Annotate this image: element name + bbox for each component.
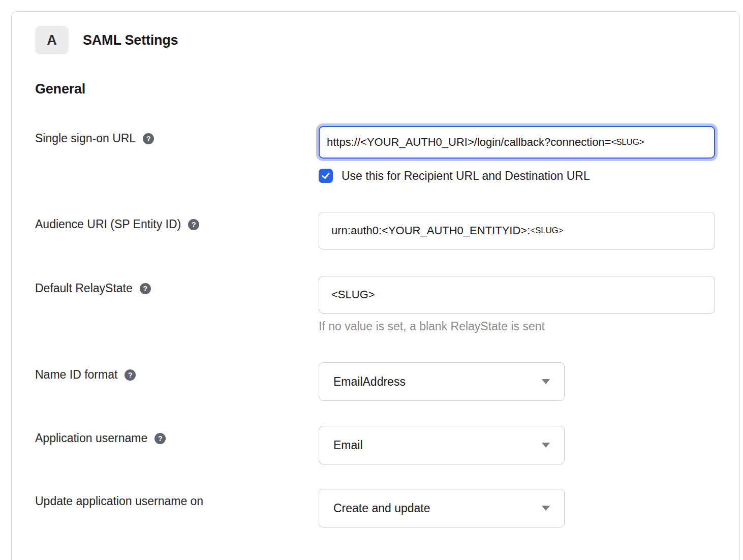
sso-url-help-icon[interactable]: ? <box>143 133 154 144</box>
checkmark-icon <box>321 171 331 181</box>
default-relaystate-value: <SLUG> <box>331 288 375 301</box>
sso-url-value: https://<YOUR_AUTH0_URI>/login/callback?… <box>327 136 611 149</box>
recipient-url-checkbox[interactable] <box>319 169 333 183</box>
general-heading: General <box>35 81 716 97</box>
application-username-row: Application username ? Email <box>35 426 716 464</box>
update-application-username-label-cell: Update application username on <box>35 489 319 508</box>
application-username-select[interactable]: Email <box>319 426 565 464</box>
sso-url-value-slug: <SLUG> <box>611 137 644 147</box>
section-header: A SAML Settings <box>35 26 716 54</box>
audience-uri-label: Audience URI (SP Entity ID) <box>35 217 181 231</box>
update-application-username-row: Update application username on Create an… <box>35 489 716 527</box>
default-relaystate-input[interactable]: <SLUG> <box>319 276 715 314</box>
page-title: SAML Settings <box>83 33 178 48</box>
audience-uri-value: urn:auth0:<YOUR_AUTH0_ENTITYID>: <box>331 224 530 237</box>
saml-settings-card: A SAML Settings General Single sign-on U… <box>11 11 740 560</box>
application-username-help-icon[interactable]: ? <box>154 433 166 444</box>
recipient-url-checkbox-label: Use this for Recipient URL and Destinati… <box>342 169 590 183</box>
step-badge: A <box>35 26 69 54</box>
sso-url-label-cell: Single sign-on URL ? <box>35 126 319 145</box>
default-relaystate-label: Default RelayState <box>35 282 133 295</box>
audience-uri-help-icon[interactable]: ? <box>188 219 199 230</box>
chevron-down-icon <box>542 379 550 384</box>
application-username-label: Application username <box>35 431 147 445</box>
audience-uri-value-slug: <SLUG> <box>530 226 563 236</box>
default-relaystate-row: Default RelayState ? <SLUG> If no value … <box>35 276 716 333</box>
chevron-down-icon <box>542 443 550 448</box>
name-id-format-help-icon[interactable]: ? <box>125 369 136 381</box>
update-application-username-select[interactable]: Create and update <box>319 489 565 527</box>
recipient-url-checkbox-row: Use this for Recipient URL and Destinati… <box>319 169 716 183</box>
update-application-username-selected-value: Create and update <box>333 502 430 515</box>
application-username-selected-value: Email <box>333 439 363 452</box>
name-id-format-selected-value: EmailAddress <box>333 375 406 389</box>
default-relaystate-help-icon[interactable]: ? <box>140 283 151 294</box>
update-application-username-label: Update application username on <box>35 494 203 508</box>
name-id-format-row: Name ID format ? EmailAddress <box>35 362 716 401</box>
audience-uri-label-cell: Audience URI (SP Entity ID) ? <box>35 212 319 231</box>
sso-url-input[interactable]: https://<YOUR_AUTH0_URI>/login/callback?… <box>319 126 715 159</box>
default-relaystate-hint: If no value is set, a blank RelayState i… <box>319 320 716 333</box>
audience-uri-row: Audience URI (SP Entity ID) ? urn:auth0:… <box>35 212 716 250</box>
chevron-down-icon <box>542 506 550 511</box>
sso-url-label: Single sign-on URL <box>35 132 136 145</box>
sso-url-row: Single sign-on URL ? https://<YOUR_AUTH0… <box>35 126 716 183</box>
application-username-label-cell: Application username ? <box>35 426 319 445</box>
name-id-format-label-cell: Name ID format ? <box>35 362 319 382</box>
audience-uri-input[interactable]: urn:auth0:<YOUR_AUTH0_ENTITYID>:<SLUG> <box>319 212 715 250</box>
name-id-format-select[interactable]: EmailAddress <box>319 362 565 401</box>
name-id-format-label: Name ID format <box>35 368 117 382</box>
default-relaystate-label-cell: Default RelayState ? <box>35 276 319 295</box>
